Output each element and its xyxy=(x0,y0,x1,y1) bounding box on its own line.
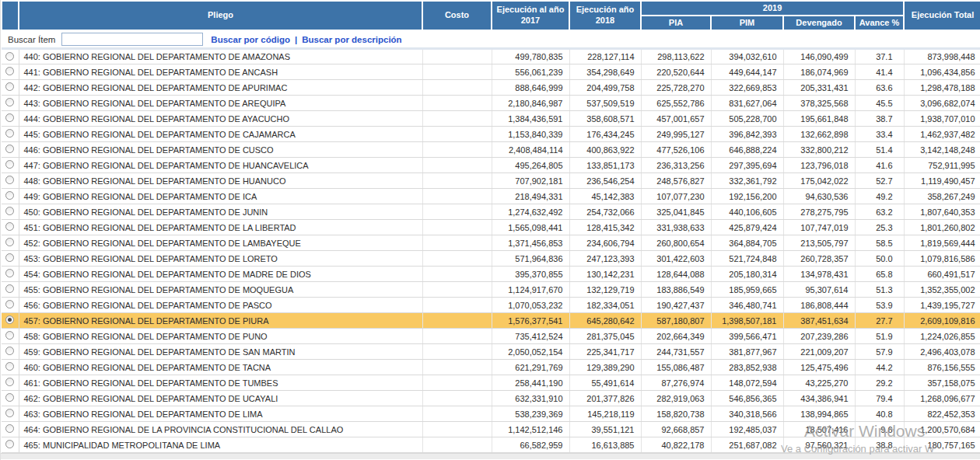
pliego-name: 446: GOBIERNO REGIONAL DEL DEPARTAMENTO … xyxy=(19,142,422,158)
exec-2018-value: 358,608,571 xyxy=(569,111,641,127)
row-radio[interactable] xyxy=(5,82,14,91)
year-2019-group-header: 2019 xyxy=(641,1,904,16)
row-radio[interactable] xyxy=(5,362,14,371)
table-row: 447: GOBIERNO REGIONAL DEL DEPARTAMENTO … xyxy=(2,158,980,173)
avance-value: 65.8 xyxy=(855,267,904,282)
ejecucion-total-column-header: Ejecución Total xyxy=(904,1,980,30)
row-radio[interactable] xyxy=(5,238,14,246)
table-row: 457: GOBIERNO REGIONAL DEL DEPARTAMENTO … xyxy=(2,313,980,329)
exec-2017-value: 707,902,181 xyxy=(492,173,569,189)
pim-value: 646,888,224 xyxy=(711,142,783,158)
avance-value: 58.5 xyxy=(855,235,904,251)
row-radio[interactable] xyxy=(5,129,14,138)
pliego-name: 457: GOBIERNO REGIONAL DEL DEPARTAMENTO … xyxy=(19,313,422,329)
row-radio[interactable] xyxy=(5,315,14,324)
exec-2017-value: 735,412,524 xyxy=(492,329,569,344)
row-radio[interactable] xyxy=(5,52,14,61)
avance-value: 41.4 xyxy=(855,64,904,80)
search-input[interactable] xyxy=(61,33,203,46)
table-row: 440: GOBIERNO REGIONAL DEL DEPARTAMENTO … xyxy=(2,49,980,64)
devengado-value: 132,662,898 xyxy=(783,127,855,142)
search-by-code-link[interactable]: Buscar por código xyxy=(211,35,290,44)
avance-value: 38.8 xyxy=(855,437,904,453)
row-radio[interactable] xyxy=(5,222,14,231)
devengado-value: 221,009,207 xyxy=(783,344,855,360)
pliego-name: 453: GOBIERNO REGIONAL DEL DEPARTAMENTO … xyxy=(19,251,422,267)
row-radio[interactable] xyxy=(5,67,14,75)
row-radio[interactable] xyxy=(5,284,14,293)
pliego-name: 441: GOBIERNO REGIONAL DEL DEPARTAMENTO … xyxy=(19,64,422,80)
row-radio[interactable] xyxy=(5,176,14,184)
row-radio[interactable] xyxy=(5,440,14,448)
devengado-value: 260,728,357 xyxy=(783,251,855,267)
pia-column-header: PIA xyxy=(641,16,711,30)
pim-value: 449,644,147 xyxy=(711,64,783,80)
pia-value: 331,938,633 xyxy=(641,220,711,235)
row-radio[interactable] xyxy=(5,207,14,215)
pia-value: 40,822,178 xyxy=(641,437,711,453)
pim-value: 283,852,938 xyxy=(711,360,783,375)
costo-value xyxy=(422,142,492,158)
total-value: 1,819,569,444 xyxy=(904,235,980,251)
exec-2018-value: 132,129,719 xyxy=(569,282,641,298)
avance-value: 37.1 xyxy=(855,49,904,64)
bottom-strip xyxy=(1,453,980,459)
total-value: 1,224,026,855 xyxy=(904,329,980,344)
table-row: 465: MUNICIPALIDAD METROPOLITANA DE LIMA… xyxy=(2,437,980,453)
pia-value: 244,731,557 xyxy=(641,344,711,360)
devengado-value: 97,560,321 xyxy=(783,437,855,453)
row-radio[interactable] xyxy=(5,409,14,417)
costo-value xyxy=(422,298,492,313)
pia-value: 128,644,088 xyxy=(641,267,711,282)
pia-value: 248,576,827 xyxy=(641,173,711,189)
row-radio[interactable] xyxy=(5,191,14,200)
pim-value: 425,879,424 xyxy=(711,220,783,235)
exec-2018-value: 281,375,045 xyxy=(569,329,641,344)
row-radio[interactable] xyxy=(5,300,14,308)
pim-value: 322,669,853 xyxy=(711,80,783,96)
pliego-name: 444: GOBIERNO REGIONAL DEL DEPARTAMENTO … xyxy=(19,111,422,127)
total-value: 1,119,490,457 xyxy=(904,173,980,189)
pia-value: 298,113,622 xyxy=(641,49,711,64)
row-radio[interactable] xyxy=(5,145,14,153)
avance-value: 52.7 xyxy=(855,173,904,189)
pliego-name: 440: GOBIERNO REGIONAL DEL DEPARTAMENTO … xyxy=(19,49,422,64)
row-radio[interactable] xyxy=(5,113,14,122)
row-radio[interactable] xyxy=(5,160,14,169)
costo-value xyxy=(422,173,492,189)
pim-value: 364,884,705 xyxy=(711,235,783,251)
row-radio[interactable] xyxy=(5,269,14,277)
total-value: 180,757,165 xyxy=(904,437,980,453)
devengado-value: 205,331,431 xyxy=(783,80,855,96)
exec-2018-value: 55,491,614 xyxy=(569,375,641,391)
total-value: 3,142,148,248 xyxy=(904,142,980,158)
devengado-value: 278,275,795 xyxy=(783,204,855,220)
avance-column-header: Avance % xyxy=(855,16,904,30)
pim-value: 1,398,507,181 xyxy=(711,313,783,329)
table-header: Pliego Costo Ejecución al año 2017 Ejecu… xyxy=(2,1,980,30)
row-radio[interactable] xyxy=(5,253,14,262)
avance-value: 51.4 xyxy=(855,142,904,158)
row-radio[interactable] xyxy=(5,331,14,340)
pia-value: 587,180,807 xyxy=(641,313,711,329)
row-radio[interactable] xyxy=(5,347,14,355)
devengado-value: 123,796,018 xyxy=(783,158,855,173)
total-value: 1,439,195,727 xyxy=(904,298,980,313)
exec-2018-value: 354,298,649 xyxy=(569,64,641,80)
table-row: 441: GOBIERNO REGIONAL DEL DEPARTAMENTO … xyxy=(2,64,980,80)
avance-value: 51.9 xyxy=(855,329,904,344)
pliego-name: 463: GOBIERNO REGIONAL DEL DEPARTAMENTO … xyxy=(19,406,422,422)
row-radio[interactable] xyxy=(5,98,14,106)
pia-value: 87,276,974 xyxy=(641,375,711,391)
row-radio[interactable] xyxy=(5,378,14,386)
pim-value: 297,395,694 xyxy=(711,158,783,173)
devengado-value: 94,630,536 xyxy=(783,189,855,204)
devengado-value: 195,661,848 xyxy=(783,111,855,127)
costo-value xyxy=(422,111,492,127)
row-radio[interactable] xyxy=(5,393,14,402)
search-by-description-link[interactable]: Buscar por descripción xyxy=(302,35,401,44)
exec-2018-value: 236,546,254 xyxy=(569,173,641,189)
row-radio[interactable] xyxy=(5,424,14,433)
pim-value: 346,480,741 xyxy=(711,298,783,313)
pia-value: 249,995,127 xyxy=(641,127,711,142)
